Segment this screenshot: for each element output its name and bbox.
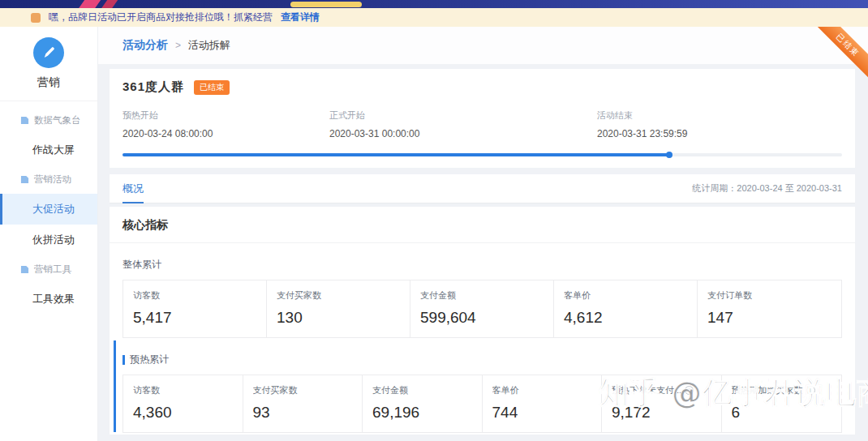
- corner-ribbon-box: 已结束: [814, 27, 868, 80]
- metric-value: 4,360: [133, 404, 233, 422]
- metric-value: 5,417: [133, 309, 256, 327]
- marketing-pen-icon: [33, 37, 64, 68]
- document-icon: [20, 175, 29, 184]
- metric-label: 支付买家数: [253, 384, 353, 396]
- sidebar-item-label: 营销活动: [34, 173, 71, 186]
- metric-label: 访客数: [133, 384, 233, 396]
- metric-cell: 支付买家数 130: [267, 280, 410, 337]
- sidebar-item-tool-effect[interactable]: 工具效果: [0, 284, 97, 315]
- metric-value: 599,604: [420, 309, 544, 327]
- breadcrumb-parent[interactable]: 活动分析: [122, 38, 168, 53]
- metric-cell: 支付金额 69,196: [363, 375, 483, 432]
- app-title: 营销: [0, 75, 97, 90]
- tab-bar: 概况 统计周期：2020-03-24 至 2020-03-31: [110, 174, 855, 203]
- metric-label: 预热期加购买家数: [732, 384, 803, 396]
- metric-cell: 支付订单数 147: [698, 280, 841, 337]
- statistics-period: 统计周期：2020-03-24 至 2020-03-31: [692, 182, 842, 195]
- status-ribbon: 已结束: [814, 27, 868, 80]
- decor-pill: [290, 2, 362, 7]
- activity-end-value: 2020-03-31 23:59:59: [597, 128, 842, 139]
- sidebar-menu: 数据气象台 作战大屏 营销活动 大促活动 伙拼活动 营销工具: [0, 101, 97, 315]
- sidebar-item-label: 数据气象台: [34, 114, 81, 126]
- progress-fill: [122, 153, 669, 156]
- official-start-label: 正式开始: [329, 109, 597, 122]
- section-label-text: 整体累计: [122, 258, 161, 272]
- sidebar-item-group-activity[interactable]: 伙拼活动: [0, 225, 97, 255]
- tab-overview[interactable]: 概况: [122, 174, 144, 203]
- metric-label: 支付买家数: [277, 289, 400, 302]
- document-icon: [20, 265, 29, 274]
- metric-value: 4,612: [564, 309, 687, 327]
- top-decor-strip: [0, 0, 868, 8]
- breadcrumb: 活动分析 > 活动拆解: [98, 27, 868, 64]
- metric-cell: 访客数 4,360: [123, 375, 243, 432]
- section-accent-bar: [122, 355, 125, 365]
- section-overall-label: 整体累计: [122, 258, 842, 272]
- metric-label: 访客数: [133, 289, 256, 302]
- metric-cell: 支付买家数 93: [243, 375, 363, 432]
- metric-label: 支付订单数: [707, 289, 831, 302]
- preheat-start-value: 2020-03-24 08:00:00: [122, 128, 329, 139]
- metric-value: 9,172: [612, 404, 711, 422]
- metric-value: 93: [253, 404, 353, 422]
- banner-text: 嘿，品牌日活动已开启商品对接抢排位哦！抓紧经营: [49, 11, 273, 24]
- activity-summary-card: 361度人群 已结束 预热开始 2020-03-24 08:00:00 正式开始…: [110, 69, 855, 168]
- metric-label: 预热下单未支付...: [612, 384, 681, 396]
- breadcrumb-separator: >: [175, 40, 181, 51]
- metrics-title: 核心指标: [122, 218, 842, 233]
- metric-label: 客单价: [492, 384, 592, 396]
- metric-cell: 客单价 4,612: [554, 280, 698, 337]
- notification-banner: 嘿，品牌日活动已开启商品对接抢排位哦！抓紧经营 查看详情: [0, 8, 868, 27]
- status-badge: 已结束: [194, 80, 230, 95]
- metric-cell: 预热期加购买家数 i 6: [722, 375, 842, 432]
- info-icon[interactable]: i: [685, 386, 694, 395]
- metric-value: 147: [707, 309, 831, 327]
- megaphone-icon: [31, 13, 41, 23]
- sidebar-group-activities[interactable]: 营销活动: [0, 165, 97, 194]
- activity-progress-bar: [122, 153, 842, 156]
- section-preheat-label: 预热累计: [122, 353, 842, 366]
- metric-label: 支付金额: [420, 289, 544, 302]
- main-content: 已结束 活动分析 > 活动拆解 361度人群 已结束 预热开始 2020-03-…: [98, 27, 868, 441]
- sidebar-item-label: 工具效果: [32, 292, 75, 306]
- activity-end-label: 活动结束: [597, 109, 842, 122]
- sidebar-item-label: 伙拼活动: [32, 233, 75, 247]
- preheat-start-label: 预热开始: [122, 109, 329, 122]
- activity-title: 361度人群: [122, 79, 184, 95]
- sidebar-item-promo-activity[interactable]: 大促活动: [0, 194, 97, 225]
- preheat-metrics-grid: 访客数 4,360 支付买家数 93 支付金额 69,196 客单价 744: [122, 375, 842, 433]
- document-icon: [20, 116, 29, 125]
- metric-label: 支付金额: [372, 384, 472, 396]
- sidebar-item-label: 营销工具: [34, 263, 71, 276]
- official-start-value: 2020-03-31 00:00:00: [329, 128, 597, 139]
- sidebar-group-tools[interactable]: 营销工具: [0, 255, 97, 284]
- banner-details-link[interactable]: 查看详情: [281, 11, 320, 24]
- scroll-indicator-bar: [114, 340, 116, 432]
- decor-stripe: [75, 0, 105, 8]
- metric-cell: 预热下单未支付... i 9,172: [602, 375, 722, 432]
- sidebar-group-data[interactable]: 数据气象台: [0, 106, 97, 135]
- metric-cell: 访客数 5,417: [123, 280, 267, 337]
- progress-dot: [666, 152, 672, 158]
- breadcrumb-current: 活动拆解: [188, 38, 230, 53]
- sidebar-item-battle-screen[interactable]: 作战大屏: [0, 135, 97, 165]
- sidebar-item-label: 作战大屏: [32, 143, 75, 157]
- sidebar-item-label: 大促活动: [32, 202, 75, 216]
- metric-value: 6: [732, 404, 832, 422]
- metric-label: 客单价: [564, 289, 687, 302]
- overall-metrics-grid: 访客数 5,417 支付买家数 130 支付金额 599,604 客单价 4,6…: [122, 280, 842, 338]
- sidebar: 营销 数据气象台 作战大屏 营销活动 大促活动 伙拼活动: [0, 27, 98, 441]
- metric-cell: 客单价 744: [483, 375, 603, 432]
- divider: [110, 242, 855, 243]
- section-label-text: 预热累计: [130, 353, 169, 366]
- decor-stripe: [97, 0, 122, 8]
- metric-cell: 支付金额 599,604: [410, 280, 554, 337]
- core-metrics-card: 核心指标 整体累计 访客数 5,417 支付买家数 130 支付金额 599,6…: [110, 207, 855, 435]
- info-icon[interactable]: i: [806, 386, 815, 395]
- metric-value: 69,196: [372, 404, 472, 422]
- metric-value: 130: [277, 309, 400, 327]
- metric-value: 744: [492, 404, 592, 422]
